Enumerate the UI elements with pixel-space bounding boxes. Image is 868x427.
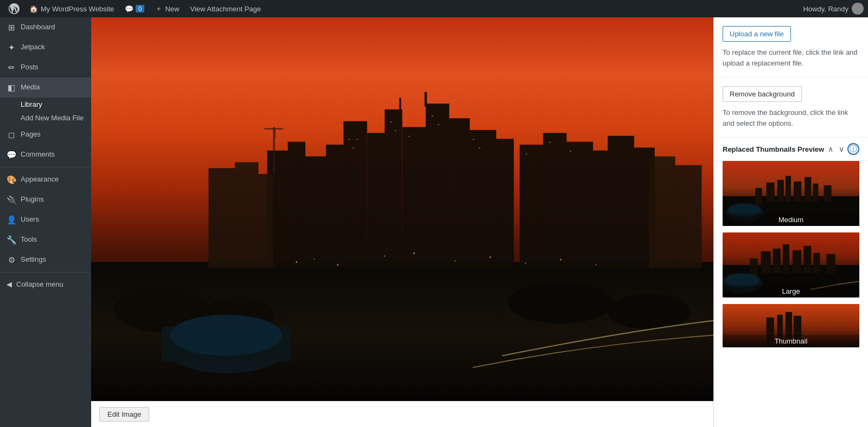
main-content: Edit Image xyxy=(91,17,713,427)
plugins-icon: 🔌 xyxy=(7,194,16,205)
sidebar-item-plugins[interactable]: 🔌 Plugins xyxy=(0,190,91,210)
thumbnails-collapse-down-button[interactable]: ∨ xyxy=(837,144,846,154)
sidebar-item-posts[interactable]: ✏ Posts xyxy=(0,57,91,77)
thumbnails-collapse-up-button[interactable]: ∧ xyxy=(826,144,835,154)
user-avatar xyxy=(852,3,864,15)
svg-rect-45 xyxy=(348,139,350,140)
new-content-link[interactable]: ＋ New xyxy=(150,0,184,17)
edit-image-button[interactable]: Edit Image xyxy=(99,407,149,422)
edit-image-bar: Edit Image xyxy=(91,401,713,427)
pages-icon: ◻ xyxy=(7,129,16,140)
thumbnail-small: Thumbnail xyxy=(723,304,859,347)
thumbnails-expand-button[interactable]: ⓘ xyxy=(847,143,859,155)
upload-new-file-button[interactable]: Upload a new file xyxy=(723,26,791,42)
new-label: New xyxy=(165,5,179,13)
thumbnails-title: Replaced Thumbnails Preview xyxy=(723,145,826,153)
svg-rect-80 xyxy=(813,253,820,273)
svg-rect-55 xyxy=(526,153,527,154)
svg-rect-57 xyxy=(570,151,571,152)
svg-rect-77 xyxy=(783,244,789,273)
sidebar-item-label: Users xyxy=(21,215,39,224)
greeting-text: Howdy, Randy xyxy=(803,5,848,13)
svg-point-42 xyxy=(525,262,526,263)
sidebar-item-dashboard[interactable]: ⊞ Dashboard xyxy=(0,17,91,37)
right-sidebar: Upload a new file To replace the current… xyxy=(713,17,868,427)
user-greeting: Howdy, Randy xyxy=(803,3,864,15)
main-attachment-image xyxy=(91,17,713,401)
settings-icon: ⚙ xyxy=(7,254,16,266)
content-area: Edit Image Upload a new file To replace … xyxy=(91,17,868,427)
thumbnail-large-label: Large xyxy=(723,285,859,297)
sidebar-item-label: Posts xyxy=(21,62,39,72)
sidebar-item-users[interactable]: 👤 Users xyxy=(0,210,91,230)
svg-rect-64 xyxy=(777,180,784,202)
sidebar-item-appearance[interactable]: 🎨 Appearance xyxy=(0,170,91,190)
svg-rect-76 xyxy=(773,249,781,273)
svg-rect-51 xyxy=(432,115,433,117)
svg-point-44 xyxy=(596,264,597,266)
svg-point-34 xyxy=(170,315,282,356)
svg-rect-66 xyxy=(794,182,801,202)
comments-link[interactable]: 💬 0 xyxy=(119,0,150,17)
thumbnails-header: Replaced Thumbnails Preview ∧ ∨ ⓘ xyxy=(714,138,868,161)
svg-rect-10 xyxy=(425,92,427,107)
thumbnail-large: Large xyxy=(723,232,859,297)
sidebar-subitem-library[interactable]: Library xyxy=(0,98,91,111)
site-name: My WordPress Website xyxy=(41,5,114,13)
svg-rect-58 xyxy=(273,127,275,174)
sidebar-item-label: Tools xyxy=(21,235,37,244)
menu-separator-2 xyxy=(0,272,91,273)
sidebar-item-pages[interactable]: ◻ Pages xyxy=(0,125,91,145)
svg-rect-53 xyxy=(473,139,474,140)
svg-rect-47 xyxy=(356,139,358,140)
svg-rect-18 xyxy=(543,133,566,268)
sidebar-item-label: Appearance xyxy=(21,174,59,184)
jetpack-icon: ✦ xyxy=(7,42,16,53)
svg-rect-50 xyxy=(408,136,410,137)
svg-rect-17 xyxy=(520,145,546,268)
svg-rect-2 xyxy=(343,121,367,268)
svg-rect-54 xyxy=(478,147,480,148)
svg-rect-70 xyxy=(824,185,831,202)
sidebar-item-tools[interactable]: 🔧 Tools xyxy=(0,230,91,250)
svg-rect-21 xyxy=(608,136,634,268)
svg-rect-82 xyxy=(827,254,835,273)
svg-rect-75 xyxy=(761,251,771,273)
svg-rect-46 xyxy=(353,147,354,148)
tools-icon: 🔧 xyxy=(7,234,16,245)
svg-point-37 xyxy=(337,264,339,266)
thumbnails-controls: ∧ ∨ ⓘ xyxy=(826,143,859,155)
sidebar-item-settings[interactable]: ⚙ Settings xyxy=(0,250,91,270)
svg-rect-26 xyxy=(649,157,675,268)
sidebar-item-jetpack[interactable]: ✦ Jetpack xyxy=(0,37,91,57)
svg-rect-78 xyxy=(793,250,801,273)
plus-icon: ＋ xyxy=(155,4,162,14)
svg-rect-59 xyxy=(264,128,283,130)
svg-rect-60 xyxy=(275,129,276,138)
sidebar-item-media[interactable]: ◧ Media xyxy=(0,77,91,98)
svg-rect-12 xyxy=(446,107,448,120)
image-container xyxy=(91,17,713,401)
svg-point-39 xyxy=(413,253,415,254)
appearance-icon: 🎨 xyxy=(7,174,16,185)
svg-point-36 xyxy=(314,258,315,260)
svg-rect-20 xyxy=(590,151,611,268)
collapse-label: Collapse menu xyxy=(16,280,63,288)
site-name-link[interactable]: 🏠 My WordPress Website xyxy=(24,0,119,17)
svg-point-43 xyxy=(560,258,561,260)
svg-rect-3 xyxy=(367,133,388,268)
wp-logo-icon[interactable] xyxy=(4,3,24,14)
home-icon: 🏠 xyxy=(29,5,38,13)
svg-rect-5 xyxy=(403,127,429,268)
svg-rect-65 xyxy=(786,176,791,202)
sidebar-item-label: Comments xyxy=(21,150,55,159)
remove-background-button[interactable]: Remove background xyxy=(723,86,802,102)
svg-rect-16 xyxy=(326,145,347,268)
view-attachment-link[interactable]: View Attachment Page xyxy=(184,0,266,17)
collapse-menu-button[interactable]: ◀ Collapse menu xyxy=(0,275,91,294)
svg-rect-48 xyxy=(391,121,392,122)
sidebar-item-label: Pages xyxy=(21,130,41,139)
svg-rect-49 xyxy=(394,130,396,131)
sidebar-subitem-add-new[interactable]: Add New Media File xyxy=(0,111,91,125)
sidebar-item-comments[interactable]: 💬 Comments xyxy=(0,145,91,165)
